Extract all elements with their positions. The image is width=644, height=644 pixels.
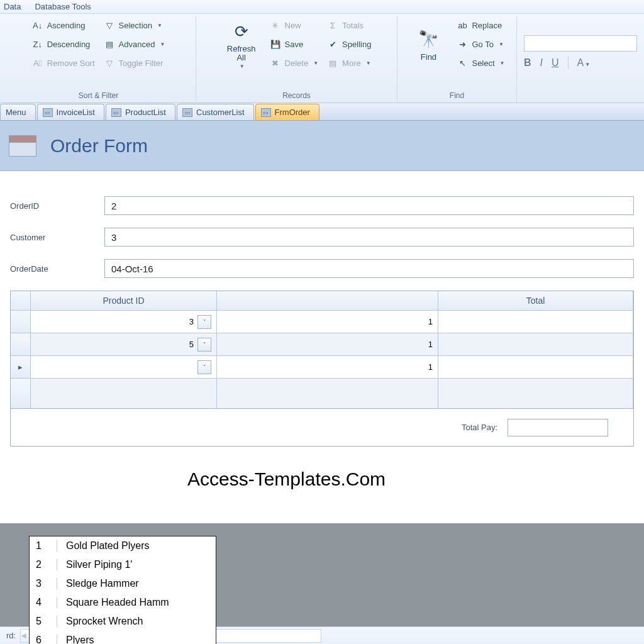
product-combo[interactable]: ˅ [197,315,211,329]
orderdate-label: OrderDate [10,264,104,274]
tab-frmorder[interactable]: ▭FrmOrder [255,104,319,120]
goto-button[interactable]: ➜Go To▼ [457,36,504,52]
new-record-button[interactable]: ✳New [270,18,319,33]
spelling-icon: ✔ [327,38,338,50]
orderdate-input[interactable] [104,259,634,278]
select-button[interactable]: ↖Select▼ [457,55,504,70]
more-button[interactable]: ▤More▼ [327,55,371,70]
col-product-id[interactable]: Product ID [31,291,217,310]
menu-bar: Data Database Tools [0,0,644,14]
chevron-down-icon: ▼ [500,60,505,66]
dropdown-item[interactable]: 1Gold Plated Plyers [30,536,216,555]
table-row-empty[interactable] [11,378,633,408]
chevron-down-icon: ▼ [366,60,371,66]
table-row[interactable]: 3˅ 1 [11,310,633,333]
total-pay-input[interactable] [508,419,608,436]
chevron-down-icon: ▼ [157,23,162,28]
total-pay-label: Total Pay: [462,423,497,432]
customer-input[interactable] [104,228,634,247]
product-combo-open[interactable]: ˅ [197,360,211,374]
bold-button[interactable]: B [524,57,531,69]
dropdown-item[interactable]: 2Silver Piping 1' [30,555,216,574]
form-icon: ▭ [111,108,121,117]
selection-button[interactable]: ▽Selection▼ [104,18,165,33]
binoculars-icon: 🔭 [417,28,440,51]
toggle-filter-button[interactable]: ▽Toggle Filter [104,55,165,70]
totals-button[interactable]: ΣTotals [327,18,371,33]
underline-button[interactable]: U [552,57,559,69]
more-icon: ▤ [327,57,338,69]
menu-database-tools[interactable]: Database Tools [35,2,91,11]
font-selector[interactable] [524,35,637,52]
row-selector[interactable] [11,311,31,333]
form-header-icon [9,135,36,157]
refresh-all-button[interactable]: ⟳ Refresh All ▼ [222,18,261,72]
save-button[interactable]: 💾Save [270,36,319,52]
orderid-label: OrderID [10,201,104,211]
ribbon-group-find: 🔭 Find abReplace ➜Go To▼ ↖Select▼ Find [397,16,517,103]
col-total[interactable]: Total [438,291,633,310]
order-items-grid: Product ID Total 3˅ 1 5˅ 1 ▸ [10,291,634,409]
sort-asc-icon: A↓ [32,19,43,31]
delete-button[interactable]: ✖Delete▼ [270,55,319,70]
table-row[interactable]: ▸ ˅ 1 [11,355,633,378]
replace-icon: ab [457,19,468,31]
record-label: rd: [1,631,21,640]
ribbon-group-sort-filter: A↓Ascending Z↓Descending A⃠Remove Sort ▽… [1,16,196,103]
dropdown-item[interactable]: 5Sprocket Wrench [30,612,216,631]
form-header: Order Form [0,121,644,171]
form-icon: ▭ [261,108,271,117]
select-icon: ↖ [457,57,468,69]
form-icon: ▭ [43,108,53,117]
spelling-button[interactable]: ✔Spelling [327,36,371,52]
dropdown-item[interactable]: 3Sledge Hammer [30,574,216,593]
chevron-down-icon: ▼ [240,64,245,69]
replace-button[interactable]: abReplace [457,18,504,33]
italic-button[interactable]: I [540,57,543,69]
refresh-icon: ⟳ [230,21,253,43]
remove-sort-button[interactable]: A⃠Remove Sort [32,55,95,70]
menu-data[interactable]: Data [4,2,21,11]
group-label: Sort & Filter [1,91,196,100]
tab-customerlist[interactable]: ▭CustomerList [177,104,254,120]
find-button[interactable]: 🔭 Find [409,18,448,72]
ascending-button[interactable]: A↓Ascending [32,18,95,33]
ribbon-group-text-formatting: B I U A▼ [517,16,644,103]
sort-desc-icon: Z↓ [32,38,43,50]
ribbon: A↓Ascending Z↓Descending A⃠Remove Sort ▽… [0,14,644,103]
row-selector[interactable] [11,379,31,408]
advanced-button[interactable]: ▤Advanced▼ [104,36,165,52]
tab-productlist[interactable]: ▭ProductList [106,104,175,120]
descending-button[interactable]: Z↓Descending [32,36,95,52]
selection-icon: ▽ [104,19,115,31]
customer-label: Customer [10,233,104,242]
goto-icon: ➜ [457,38,468,50]
form-view: Order Form OrderID Customer OrderDate Pr… [0,121,644,447]
tab-menu[interactable]: Menu [0,104,36,120]
dropdown-item[interactable]: 6Plyers [30,631,216,644]
delete-icon: ✖ [270,57,281,69]
tab-invoicelist[interactable]: ▭InvoiceList [37,104,104,120]
row-selector-current[interactable]: ▸ [11,356,31,378]
watermark: Access-Templates.Com [187,469,386,490]
row-selector[interactable] [11,333,31,355]
dropdown-item[interactable]: 4Square Headed Hamm [30,593,216,612]
page-title: Order Form [50,135,148,157]
save-icon: 💾 [270,38,281,50]
chevron-down-icon: ▼ [160,42,165,47]
ribbon-group-records: ⟳ Refresh All ▼ ✳New 💾Save ✖Delete▼ ΣTot… [196,16,397,103]
advanced-icon: ▤ [104,38,115,50]
table-row[interactable]: 5˅ 1 [11,333,633,355]
product-dropdown-list[interactable]: 1Gold Plated Plyers2Silver Piping 1'3Sle… [29,536,216,644]
chevron-down-icon: ▼ [499,42,504,47]
document-tabs: Menu ▭InvoiceList ▭ProductList ▭Customer… [0,103,644,121]
sigma-icon: Σ [327,19,338,31]
font-color-button[interactable]: A▼ [577,57,591,69]
col-qty[interactable] [217,291,438,310]
chevron-down-icon: ▼ [313,60,318,66]
group-label: Find [397,91,516,100]
product-combo[interactable]: ˅ [197,338,211,352]
group-label: Records [196,91,397,100]
new-icon: ✳ [270,19,281,31]
orderid-input[interactable] [104,196,634,215]
